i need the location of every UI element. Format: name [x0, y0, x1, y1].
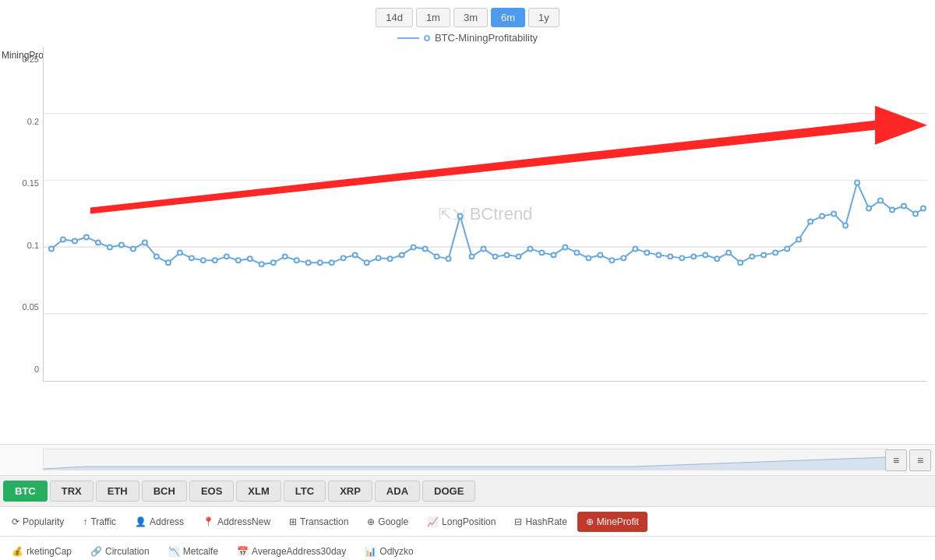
- svg-point-81: [921, 206, 926, 211]
- svg-point-41: [458, 214, 463, 219]
- svg-point-14: [143, 240, 147, 245]
- svg-point-7: [61, 237, 65, 241]
- svg-point-65: [738, 260, 743, 265]
- svg-point-60: [679, 255, 684, 260]
- metric-mineprofit[interactable]: ⊕ MineProfit: [577, 512, 647, 532]
- svg-point-71: [808, 219, 813, 224]
- svg-point-77: [878, 199, 883, 203]
- bottom-tab-averageaddress[interactable]: 📅 AverageAddress30day: [228, 541, 355, 561]
- svg-point-69: [785, 246, 789, 251]
- svg-point-62: [703, 252, 707, 257]
- svg-point-46: [516, 254, 520, 259]
- svg-point-54: [609, 258, 614, 262]
- transaction-icon: ⊞: [289, 516, 297, 527]
- chart-area: ⇱⇲ BCtrend: [43, 47, 927, 382]
- metric-longposition[interactable]: 📈 LongPosition: [418, 512, 504, 532]
- time-buttons: 14d 1m 3m 6m 1y: [0, 0, 935, 32]
- coin-tab-doge[interactable]: DOGE: [422, 481, 475, 502]
- time-btn-1m[interactable]: 1m: [416, 8, 450, 27]
- svg-point-27: [295, 258, 299, 262]
- metric-traffic[interactable]: ↑ Traffic: [74, 512, 125, 532]
- svg-point-16: [166, 260, 171, 265]
- metric-google[interactable]: ⊕ Google: [358, 512, 417, 532]
- svg-point-18: [189, 255, 194, 260]
- bottom-tab-marketingcap[interactable]: 💰 rketingCap: [3, 541, 80, 561]
- time-btn-14d[interactable]: 14d: [376, 8, 413, 27]
- svg-point-25: [271, 260, 276, 265]
- coin-tab-bch[interactable]: BCH: [142, 481, 187, 502]
- longposition-label: LongPosition: [442, 516, 496, 527]
- coin-tab-xrp[interactable]: XRP: [328, 481, 372, 502]
- scroll-btn-left[interactable]: ≡: [885, 449, 907, 471]
- transaction-label: Transaction: [300, 516, 348, 527]
- svg-point-12: [119, 242, 124, 247]
- averageaddress-icon: 📅: [237, 546, 249, 557]
- svg-point-31: [341, 255, 346, 260]
- metric-addressnew[interactable]: 📍 AddressNew: [194, 512, 279, 532]
- mineprofit-icon: ⊕: [586, 516, 594, 527]
- metric-popularity[interactable]: ⟳ Popularity: [3, 512, 72, 532]
- svg-point-28: [306, 260, 311, 265]
- chart-legend: BTC-MiningProfitability: [0, 32, 935, 44]
- google-icon: ⊕: [367, 516, 375, 527]
- traffic-icon: ↑: [83, 516, 87, 527]
- svg-point-26: [283, 254, 288, 259]
- svg-point-10: [96, 240, 101, 245]
- coin-tab-eos[interactable]: EOS: [189, 481, 234, 502]
- scroll-btn-right[interactable]: ≡: [909, 449, 931, 471]
- svg-point-52: [586, 255, 591, 260]
- marketingcap-label: rketingCap: [26, 546, 72, 557]
- svg-point-33: [365, 260, 369, 265]
- longposition-icon: 📈: [427, 516, 439, 527]
- marketingcap-icon: 💰: [12, 546, 23, 557]
- svg-point-56: [633, 246, 637, 251]
- svg-point-55: [621, 255, 626, 260]
- svg-point-53: [598, 252, 602, 257]
- svg-point-38: [423, 246, 428, 251]
- popularity-icon: ⟳: [12, 516, 19, 527]
- legend-circle-icon: [424, 35, 430, 41]
- bottom-tab-odlyzko[interactable]: 📊 Odlyzko: [356, 541, 422, 561]
- svg-point-59: [668, 254, 672, 259]
- svg-point-64: [726, 250, 731, 255]
- chart-svg: [44, 47, 927, 381]
- coin-tab-ltc[interactable]: LTC: [284, 481, 326, 502]
- svg-point-76: [866, 206, 871, 211]
- svg-point-30: [330, 260, 334, 265]
- coin-tab-ada[interactable]: ADA: [375, 481, 420, 502]
- svg-point-70: [796, 237, 801, 241]
- time-btn-3m[interactable]: 3m: [453, 8, 488, 27]
- bottom-tab-metcalfe[interactable]: 📉 Metcalfe: [160, 541, 227, 561]
- svg-point-45: [504, 252, 509, 257]
- addressnew-label: AddressNew: [217, 516, 270, 527]
- bottom-tab-circulation[interactable]: 🔗 Circulation: [82, 541, 158, 561]
- y-label-0: 0: [0, 365, 43, 374]
- svg-point-37: [411, 245, 416, 249]
- coin-tab-xlm[interactable]: XLM: [236, 481, 280, 502]
- time-btn-6m[interactable]: 6m: [491, 8, 525, 27]
- svg-point-11: [108, 245, 112, 249]
- svg-point-50: [563, 245, 567, 249]
- svg-point-58: [656, 252, 661, 257]
- odlyzko-label: Odlyzko: [379, 546, 413, 557]
- svg-point-40: [446, 256, 451, 261]
- svg-point-49: [551, 252, 556, 257]
- coin-tab-eth[interactable]: ETH: [96, 481, 139, 502]
- circulation-icon: 🔗: [90, 546, 102, 557]
- svg-point-79: [901, 204, 906, 209]
- hashrate-icon: ⊟: [514, 516, 522, 527]
- metric-address[interactable]: 👤 Address: [126, 512, 192, 532]
- metric-tabs: ⟳ Popularity ↑ Traffic 👤 Address 📍 Addre…: [0, 506, 935, 536]
- time-btn-1y[interactable]: 1y: [528, 8, 559, 27]
- svg-point-15: [154, 254, 159, 259]
- metric-hashrate[interactable]: ⊟ HashRate: [506, 512, 575, 532]
- svg-point-66: [750, 254, 754, 259]
- svg-point-48: [539, 250, 544, 255]
- svg-point-39: [435, 254, 439, 259]
- metric-transaction[interactable]: ⊞ Transaction: [280, 512, 357, 532]
- circulation-label: Circulation: [105, 546, 150, 557]
- coin-tab-btc[interactable]: BTC: [3, 481, 48, 502]
- svg-point-67: [761, 252, 766, 257]
- y-label-025: 0.25: [0, 55, 43, 64]
- coin-tab-trx[interactable]: TRX: [50, 481, 94, 502]
